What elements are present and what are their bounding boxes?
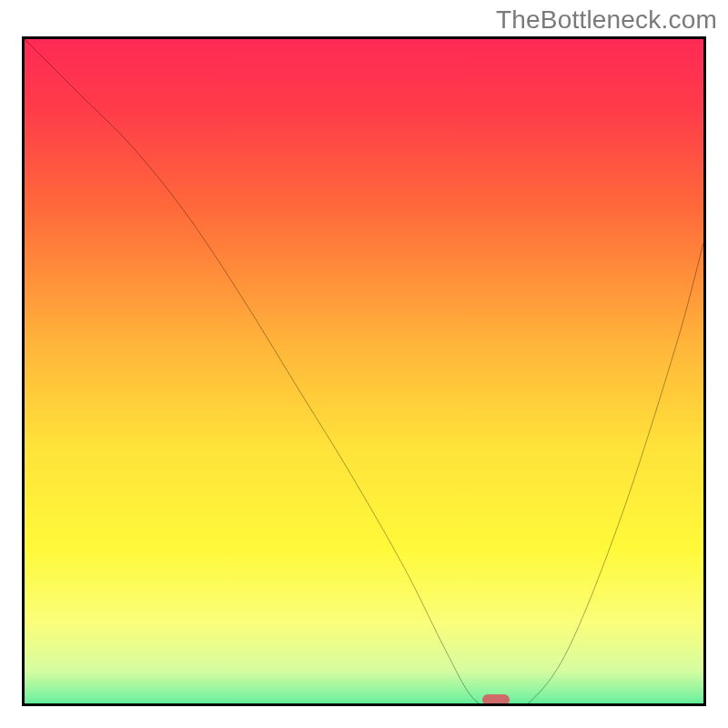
watermark-text: TheBottleneck.com <box>496 5 717 35</box>
plot-area <box>22 36 706 706</box>
optimal-marker <box>482 694 510 705</box>
chart-frame: TheBottleneck.com <box>0 0 728 728</box>
bottleneck-curve <box>25 39 703 706</box>
